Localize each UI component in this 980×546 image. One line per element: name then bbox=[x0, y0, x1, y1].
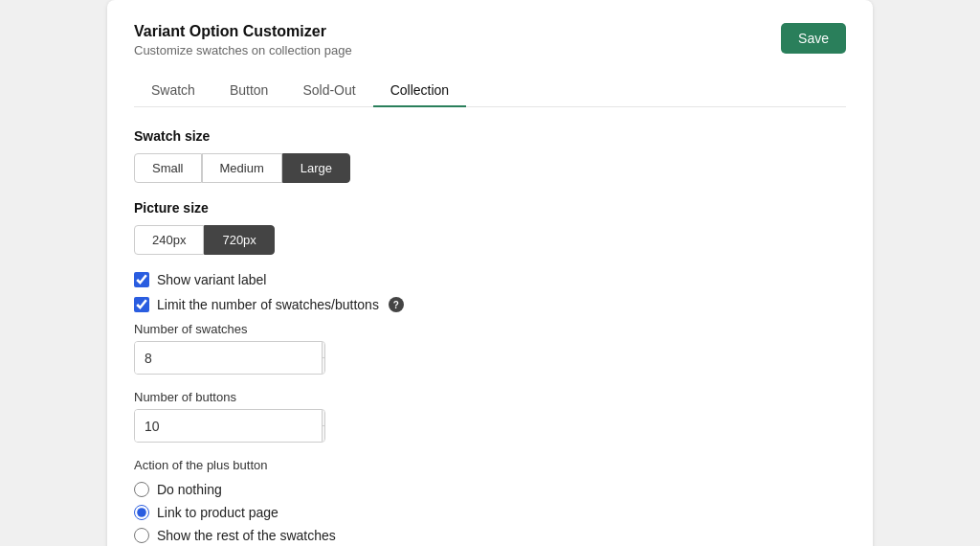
num-buttons-input-wrap: ▲ ▼ bbox=[134, 409, 325, 443]
app-subtitle: Customize swatches on collection page bbox=[134, 43, 352, 57]
tab-sold-out[interactable]: Sold-Out bbox=[285, 75, 372, 107]
picture-size-720[interactable]: 720px bbox=[204, 225, 274, 255]
show-variant-label-row: Show variant label bbox=[134, 272, 846, 287]
header: Variant Option Customizer Customize swat… bbox=[134, 23, 846, 57]
limit-swatches-row: Limit the number of swatches/buttons ? bbox=[134, 297, 846, 312]
show-variant-label-checkbox[interactable] bbox=[134, 272, 149, 287]
picture-size-group: 240px 720px bbox=[134, 225, 846, 255]
swatch-size-medium[interactable]: Medium bbox=[202, 153, 282, 183]
num-swatches-spinner: ▲ ▼ bbox=[322, 342, 325, 374]
tab-swatch[interactable]: Swatch bbox=[134, 75, 212, 107]
header-text: Variant Option Customizer Customize swat… bbox=[134, 23, 352, 57]
limit-swatches-text: Limit the number of swatches/buttons bbox=[157, 297, 379, 312]
action-do-nothing-label: Do nothing bbox=[157, 482, 222, 497]
num-swatches-up[interactable]: ▲ bbox=[323, 342, 325, 358]
swatch-size-large[interactable]: Large bbox=[282, 153, 350, 183]
action-show-rest-label: Show the rest of the swatches bbox=[157, 528, 336, 543]
limit-swatches-checkbox[interactable] bbox=[134, 297, 149, 312]
action-show-rest-radio[interactable] bbox=[134, 528, 149, 543]
num-buttons-label: Number of buttons bbox=[134, 390, 846, 404]
num-swatches-input-wrap: ▲ ▼ bbox=[134, 341, 325, 375]
num-buttons-input[interactable] bbox=[135, 410, 322, 442]
num-swatches-down[interactable]: ▼ bbox=[323, 358, 325, 374]
swatch-size-section: Swatch size Small Medium Large bbox=[134, 128, 846, 183]
tab-bar: Swatch Button Sold-Out Collection bbox=[134, 75, 846, 107]
num-buttons-spinner: ▲ ▼ bbox=[322, 410, 325, 442]
show-variant-label-text: Show variant label bbox=[157, 272, 266, 287]
num-swatches-input[interactable] bbox=[135, 342, 322, 374]
swatch-size-small[interactable]: Small bbox=[134, 153, 202, 183]
num-swatches-group: Number of swatches ▲ ▼ bbox=[134, 322, 846, 375]
action-plus-title: Action of the plus button bbox=[134, 458, 846, 472]
action-show-rest-row: Show the rest of the swatches bbox=[134, 528, 846, 543]
action-do-nothing-radio[interactable] bbox=[134, 482, 149, 497]
num-buttons-up[interactable]: ▲ bbox=[323, 410, 325, 426]
tab-button[interactable]: Button bbox=[212, 75, 285, 107]
picture-size-title: Picture size bbox=[134, 200, 846, 216]
app-title: Variant Option Customizer bbox=[134, 23, 352, 40]
num-buttons-group: Number of buttons ▲ ▼ bbox=[134, 390, 846, 443]
action-link-product-label: Link to product page bbox=[157, 505, 278, 520]
picture-size-section: Picture size 240px 720px bbox=[134, 200, 846, 255]
tab-collection[interactable]: Collection bbox=[373, 75, 466, 107]
action-link-product-row: Link to product page bbox=[134, 505, 846, 520]
action-do-nothing-row: Do nothing bbox=[134, 482, 846, 497]
action-link-product-radio[interactable] bbox=[134, 505, 149, 520]
picture-size-240[interactable]: 240px bbox=[134, 225, 204, 255]
help-icon: ? bbox=[389, 297, 404, 312]
swatch-size-group: Small Medium Large bbox=[134, 153, 846, 183]
action-plus-section: Action of the plus button Do nothing Lin… bbox=[134, 458, 846, 543]
num-buttons-down[interactable]: ▼ bbox=[323, 426, 325, 442]
num-swatches-label: Number of swatches bbox=[134, 322, 846, 336]
save-button[interactable]: Save bbox=[781, 23, 846, 54]
swatch-size-title: Swatch size bbox=[134, 128, 846, 144]
main-card: Variant Option Customizer Customize swat… bbox=[107, 0, 873, 546]
